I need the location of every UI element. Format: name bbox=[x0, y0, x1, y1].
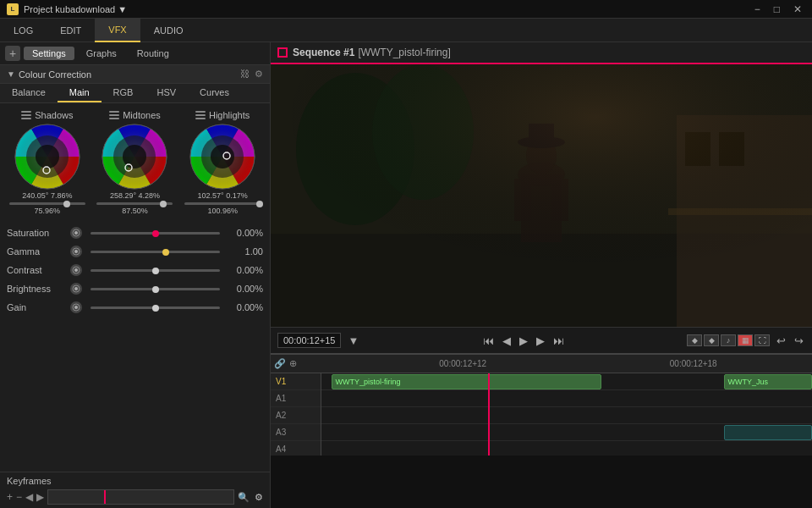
vc-step-fwd-btn[interactable]: ▶ bbox=[535, 334, 546, 347]
color-wheel-midtones[interactable] bbox=[102, 124, 167, 190]
adj-label-contrast: Contrast bbox=[7, 265, 70, 275]
close-btn[interactable]: ✕ bbox=[790, 3, 805, 15]
clip-wwty-pistol[interactable]: WWTY_pistol-firing bbox=[332, 374, 601, 389]
vc-go-start-btn[interactable]: ⏮ bbox=[481, 334, 496, 347]
track-v1: WWTY_pistol-firing WWTY_Jus bbox=[321, 373, 812, 390]
adj-value-gamma: 1.00 bbox=[225, 246, 263, 257]
vc-fullscreen-icon[interactable]: ⛶ bbox=[754, 334, 770, 346]
kf-filter-icon[interactable]: ⚙ bbox=[255, 492, 263, 503]
cc-expand-icon[interactable]: ▼ bbox=[7, 69, 15, 79]
adj-icon-contrast[interactable] bbox=[70, 264, 82, 276]
app-icon: L bbox=[7, 3, 19, 15]
adj-icon-brightness[interactable] bbox=[70, 283, 82, 295]
adj-sliders: Saturation 0.00% Gamma 1.00 Contrast bbox=[0, 218, 270, 322]
clip-audio-a3[interactable] bbox=[724, 425, 812, 440]
menu-log[interactable]: LOG bbox=[0, 19, 47, 42]
cc-subtabs: Balance Main RGB HSV Curves bbox=[0, 84, 270, 103]
adj-slider-brightness[interactable] bbox=[91, 288, 220, 290]
adj-slider-gain[interactable] bbox=[91, 306, 220, 309]
vc-step-back-btn[interactable]: ◀ bbox=[501, 334, 513, 347]
kf-remove-btn[interactable]: − bbox=[16, 491, 22, 503]
vc-go-end-btn[interactable]: ⏭ bbox=[551, 334, 566, 347]
window-controls: − □ ✕ bbox=[751, 3, 805, 15]
vc-audio-icon[interactable]: ♪ bbox=[721, 334, 736, 346]
wheel-slider-shadows bbox=[9, 202, 85, 205]
cc-link-icon[interactable]: ⛓ bbox=[240, 69, 250, 80]
seq-header: Sequence #1 [WWTY_pistol-firing] bbox=[271, 42, 812, 64]
tl-magnet-icon[interactable]: 🔗 bbox=[274, 358, 286, 369]
timeline-header: 🔗 ⊕ 00:00:12+12 00:00:12+18 bbox=[271, 355, 812, 373]
menu-bar: LOG EDIT VFX AUDIO bbox=[0, 19, 812, 42]
adj-icon-gain[interactable] bbox=[70, 301, 82, 313]
track-label-a4: A4 bbox=[271, 441, 321, 456]
tab-routing[interactable]: Routing bbox=[129, 47, 178, 60]
vc-undo-btn[interactable]: ↩ bbox=[775, 334, 787, 347]
color-wheel-highlights[interactable] bbox=[189, 124, 255, 190]
svg-rect-43 bbox=[271, 64, 812, 327]
wheel-slider-midtones bbox=[96, 202, 173, 205]
subtab-rgb[interactable]: RGB bbox=[102, 84, 145, 102]
video-controls: 00:00:12+15 ▼ ⏮ ◀ ▶ ▶ ⏭ ◆ ◆ ♪ ▦ ⛶ ↩ ↪ bbox=[271, 327, 812, 354]
timecode-dropdown[interactable]: ▼ bbox=[346, 334, 360, 347]
tab-graphs[interactable]: Graphs bbox=[78, 47, 125, 60]
minimize-btn[interactable]: − bbox=[751, 3, 764, 15]
adj-slider-gamma[interactable] bbox=[91, 251, 220, 253]
wheel-pct-shadows: 75.96% bbox=[35, 207, 61, 215]
adj-icon-gamma[interactable] bbox=[70, 246, 82, 257]
adj-value-gain: 0.00% bbox=[225, 302, 263, 312]
keyframes-area: Keyframes + − ◀ ▶ 🔍 ⚙ bbox=[0, 472, 270, 508]
svg-point-3 bbox=[36, 145, 59, 168]
adj-icon-saturation[interactable] bbox=[70, 227, 82, 239]
subtab-hsv[interactable]: HSV bbox=[145, 84, 188, 102]
kf-prev-btn[interactable]: ◀ bbox=[25, 491, 33, 503]
tl-timecode-right: 00:00:12+18 bbox=[670, 359, 717, 368]
subtab-main[interactable]: Main bbox=[58, 84, 102, 102]
menu-edit[interactable]: EDIT bbox=[47, 19, 95, 42]
wheel-shadows: Shadows bbox=[9, 110, 85, 215]
timecode-display[interactable]: 00:00:12+15 bbox=[277, 333, 341, 348]
cc-title: Colour Correction bbox=[19, 69, 91, 80]
vc-out-marker[interactable]: ◆ bbox=[704, 334, 719, 346]
vc-in-marker[interactable]: ◆ bbox=[687, 334, 702, 346]
project-name[interactable]: Project kubadownload ▼ bbox=[24, 4, 127, 14]
left-panel: + Settings Graphs Routing ▼ Colour Corre… bbox=[0, 42, 271, 508]
adj-value-brightness: 0.00% bbox=[225, 284, 263, 294]
kf-search-icon[interactable]: 🔍 bbox=[238, 492, 250, 503]
maximize-btn[interactable]: □ bbox=[771, 3, 783, 15]
wheel-pct-midtones: 87.50% bbox=[122, 207, 148, 215]
add-panel-btn[interactable]: + bbox=[5, 46, 20, 61]
adj-slider-contrast[interactable] bbox=[91, 269, 220, 272]
menu-vfx[interactable]: VFX bbox=[95, 19, 140, 42]
seq-title: Sequence #1 bbox=[293, 47, 354, 58]
vc-mode-icon[interactable]: ▦ bbox=[738, 334, 753, 346]
svg-point-25 bbox=[74, 287, 78, 290]
adj-label-brightness: Brightness bbox=[7, 284, 70, 294]
vc-play-btn[interactable]: ▶ bbox=[518, 334, 529, 347]
subtab-curves[interactable]: Curves bbox=[188, 84, 241, 102]
color-wheel-shadows[interactable] bbox=[14, 124, 80, 190]
timeline-area: 🔗 ⊕ 00:00:12+12 00:00:12+18 V1 A1 A2 A3 … bbox=[271, 354, 812, 456]
subtab-balance[interactable]: Balance bbox=[0, 84, 58, 102]
cc-settings-icon[interactable]: ⚙ bbox=[255, 69, 263, 80]
panel-tabs: + Settings Graphs Routing bbox=[0, 42, 270, 65]
tab-settings[interactable]: Settings bbox=[24, 47, 74, 60]
track-a3 bbox=[321, 424, 812, 441]
kf-add-btn[interactable]: + bbox=[7, 491, 13, 503]
wheel-label-highlights: Highlights bbox=[209, 110, 250, 120]
svg-point-23 bbox=[74, 268, 78, 272]
keyframes-label: Keyframes bbox=[7, 476, 263, 486]
wheel-label-midtones: Midtones bbox=[123, 110, 161, 120]
kf-track bbox=[47, 489, 234, 505]
kf-next-btn[interactable]: ▶ bbox=[36, 491, 44, 503]
vc-redo-btn[interactable]: ↪ bbox=[793, 334, 805, 347]
adj-slider-saturation[interactable] bbox=[91, 232, 220, 235]
video-preview[interactable] bbox=[271, 64, 812, 327]
cc-header-icons: ⛓ ⚙ bbox=[240, 69, 263, 80]
track-a1 bbox=[321, 390, 812, 407]
tl-add-icon[interactable]: ⊕ bbox=[289, 358, 297, 369]
track-label-a2: A2 bbox=[271, 407, 321, 424]
clip-wwty-jus[interactable]: WWTY_Jus bbox=[724, 374, 812, 389]
adj-row-brightness: Brightness 0.00% bbox=[7, 281, 263, 296]
svg-point-15 bbox=[211, 145, 234, 168]
menu-audio[interactable]: AUDIO bbox=[140, 19, 197, 42]
